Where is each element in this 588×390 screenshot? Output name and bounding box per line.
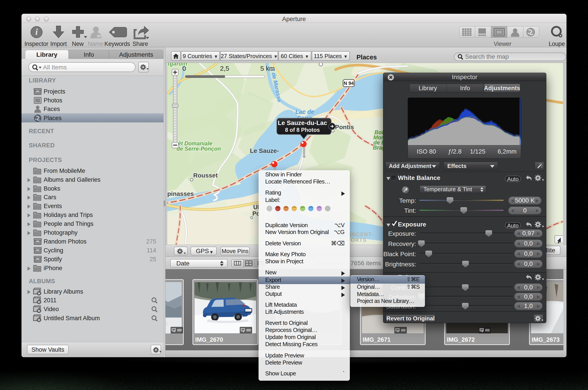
svg-text:2,5: 2,5 — [220, 65, 229, 72]
svg-text:Le Sauze-: Le Sauze- — [250, 147, 279, 154]
svg-text:8 of 8 Photos: 8 of 8 Photos — [285, 127, 320, 133]
svg-text:Lac de: Lac de — [295, 109, 314, 115]
svg-text:Le Sauze-du-Lac: Le Sauze-du-Lac — [278, 119, 327, 126]
svg-text:pinasses: pinasses — [167, 190, 194, 197]
svg-text:Ul: Ul — [253, 204, 259, 210]
svg-text:N 94: N 94 — [344, 80, 354, 86]
svg-text:Pontis: Pontis — [335, 124, 354, 131]
svg-text:i: i — [35, 27, 38, 37]
svg-text:5 km: 5 km — [260, 65, 275, 72]
svg-text:0: 0 — [182, 65, 186, 72]
svg-text:Rousset: Rousset — [193, 172, 218, 179]
svg-text:de Serre-Ponçon: de Serre-Ponçon — [177, 146, 221, 152]
